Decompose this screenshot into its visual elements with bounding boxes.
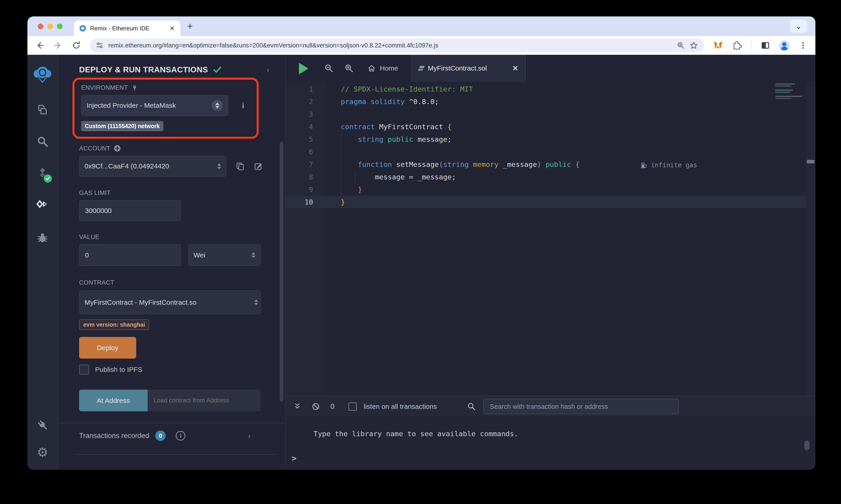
contract-select[interactable]: MyFirstContract - MyFirstContract.so <box>79 290 261 314</box>
code-line[interactable]: 6 <box>286 145 806 158</box>
close-tab-icon[interactable]: ✕ <box>170 25 175 32</box>
add-account-icon[interactable] <box>114 145 121 152</box>
transactions-recorded-row[interactable]: Transactions recorded 0 i › <box>79 431 269 441</box>
account-select-arrows-icon[interactable] <box>217 163 221 169</box>
plugin-manager-icon[interactable] <box>36 418 49 432</box>
browser-tab[interactable]: Remix - Ethereum IDE ✕ <box>74 20 180 36</box>
debugger-icon[interactable] <box>36 231 49 244</box>
value-unit-select[interactable]: Wei <box>188 244 261 266</box>
value-label: VALUE <box>79 234 269 240</box>
environment-value: Injected Provider - MetaMask <box>87 102 176 109</box>
tab-myfirstcontract[interactable]: MyFirstContract.sol ✕ <box>411 55 526 82</box>
account-label-row: ACCOUNT <box>79 145 269 152</box>
account-select[interactable]: 0x9Cf...CaaF4 (0.04924420 <box>79 156 226 177</box>
environment-label: ENVIRONMENT <box>81 84 128 91</box>
editor-scrollbar-thumb[interactable] <box>807 160 814 163</box>
panel-collapse-chevron[interactable]: › <box>267 65 269 74</box>
environment-info-icon[interactable]: i <box>239 101 247 110</box>
code-text: } <box>326 185 362 194</box>
at-address-input[interactable] <box>148 390 261 411</box>
terminal-scrollbar-thumb[interactable] <box>804 440 809 450</box>
gas-limit-input[interactable] <box>79 200 181 221</box>
remix-logo[interactable] <box>32 65 53 85</box>
environment-select[interactable]: Injected Provider - MetaMask <box>81 95 228 116</box>
terminal-count: 0 <box>330 402 334 411</box>
bookmark-star-icon[interactable] <box>690 41 698 50</box>
indent-guide <box>341 133 341 196</box>
code-line[interactable]: 7 function setMessage(string memory _mes… <box>286 158 806 170</box>
file-explorer-icon[interactable] <box>36 103 49 116</box>
edit-account-icon[interactable] <box>254 162 263 171</box>
run-script-icon[interactable] <box>299 63 308 74</box>
url-bar[interactable]: remix.ethereum.org/#lang=en&optimize=fal… <box>90 39 704 52</box>
code-line[interactable]: 8 message = _message; <box>286 170 806 183</box>
value-input[interactable] <box>79 244 181 266</box>
search-icon[interactable] <box>36 135 49 148</box>
copy-account-icon[interactable] <box>236 162 245 171</box>
new-tab-button[interactable]: + <box>187 21 193 32</box>
listen-transactions-checkbox[interactable] <box>348 402 357 411</box>
terminal-message: Type the library name to see available c… <box>313 430 518 438</box>
editor-minimap[interactable] <box>775 84 804 100</box>
value-unit-arrows-icon[interactable] <box>252 252 255 258</box>
terminal-output[interactable]: Type the library name to see available c… <box>286 417 816 470</box>
code-line[interactable]: 4contract MyFirstContract { <box>286 120 806 133</box>
code-line[interactable]: 10} <box>286 196 806 208</box>
reload-icon[interactable] <box>72 41 81 50</box>
code-line[interactable]: 5 string public message; <box>286 133 806 145</box>
zoom-out-icon[interactable] <box>324 64 334 73</box>
panel-scrollbar[interactable] <box>280 142 284 402</box>
contract-label: CONTRACT <box>79 279 269 286</box>
publish-ipfs-label: Publish to IPFS <box>95 366 142 374</box>
transactions-info-icon[interactable]: i <box>176 431 185 440</box>
value-unit: Wei <box>193 251 205 259</box>
gas-limit-label: GAS LIMIT <box>79 190 269 197</box>
menu-kebab-icon[interactable] <box>799 41 808 50</box>
line-number: 9 <box>286 185 326 194</box>
zoom-page-icon[interactable] <box>677 41 685 49</box>
tab-title: Remix - Ethereum IDE <box>90 25 150 32</box>
terminal-search-icon <box>467 402 476 411</box>
code-line[interactable]: 3 <box>286 108 806 120</box>
tab-home[interactable]: Home <box>367 64 398 72</box>
settings-gear-icon[interactable]: ⚙ <box>37 446 48 459</box>
minimize-window-button[interactable] <box>47 23 53 29</box>
url-text[interactable]: remix.ethereum.org/#lang=en&optimize=fal… <box>108 42 672 49</box>
terminal-search-input[interactable] <box>483 399 679 414</box>
clear-console-icon[interactable] <box>311 402 321 411</box>
code-editor[interactable]: 1// SPDX-License-Identifier: MIT2pragma … <box>286 82 816 396</box>
publish-ipfs-checkbox[interactable] <box>79 364 89 375</box>
tab-search-button[interactable]: ⌄ <box>790 20 807 33</box>
remix-app: ⚙ DEPLOY & RUN TRANSACTIONS › ENVIRONMEN… <box>28 55 816 470</box>
close-file-tab-icon[interactable]: ✕ <box>512 64 518 73</box>
back-icon[interactable] <box>35 41 44 50</box>
toolbar-divider <box>751 41 751 50</box>
maximize-window-button[interactable] <box>57 23 63 29</box>
profile-avatar[interactable] <box>779 40 789 51</box>
extensions-icon[interactable] <box>732 41 742 50</box>
deploy-run-icon[interactable] <box>36 199 49 212</box>
side-panel-icon[interactable] <box>760 41 770 50</box>
editor-scrollbar-track[interactable] <box>806 82 816 396</box>
zoom-in-icon[interactable] <box>344 64 354 73</box>
forward-icon[interactable] <box>53 41 63 50</box>
home-icon <box>367 64 376 72</box>
deploy-button[interactable]: Deploy <box>79 337 136 359</box>
solidity-compiler-icon[interactable] <box>36 167 49 180</box>
tab-file-label: MyFirstContract.sol <box>428 65 508 72</box>
transactions-expand-chevron[interactable]: › <box>248 432 251 440</box>
collapse-terminal-icon[interactable] <box>293 402 302 411</box>
line-number: 5 <box>286 135 326 143</box>
site-info-icon[interactable] <box>96 42 103 49</box>
at-address-button[interactable]: At Address <box>79 390 148 411</box>
gas-estimate-text: infinite gas <box>651 161 697 169</box>
code-line[interactable]: 2pragma solidity ^0.8.0; <box>286 95 806 108</box>
close-window-button[interactable] <box>38 23 44 29</box>
contract-select-arrows-icon[interactable] <box>254 300 258 305</box>
line-number: 1 <box>286 85 326 93</box>
publish-row: Publish to IPFS <box>79 364 269 375</box>
code-line[interactable]: 9 } <box>286 183 806 196</box>
metamask-icon[interactable] <box>713 40 723 51</box>
environment-select-arrows-icon[interactable] <box>212 100 223 111</box>
code-line[interactable]: 1// SPDX-License-Identifier: MIT <box>286 83 806 95</box>
